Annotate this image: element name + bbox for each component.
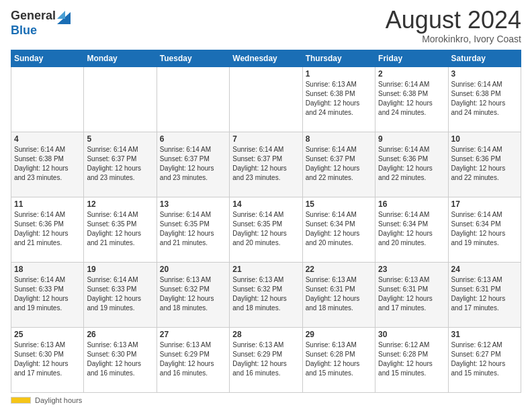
table-row: 1Sunrise: 6:13 AM Sunset: 6:38 PM Daylig…	[302, 67, 375, 132]
location: Morokinkro, Ivory Coast	[386, 34, 521, 44]
day-number: 21	[232, 265, 299, 274]
day-number: 23	[378, 265, 445, 274]
day-number: 15	[306, 199, 372, 209]
day-number: 4	[14, 134, 81, 144]
day-number: 8	[306, 134, 372, 144]
day-number: 11	[14, 199, 81, 209]
day-info: Sunrise: 6:12 AM Sunset: 6:28 PM Dayligh…	[378, 340, 445, 378]
table-row: 6Sunrise: 6:14 AM Sunset: 6:37 PM Daylig…	[157, 132, 229, 197]
day-info: Sunrise: 6:13 AM Sunset: 6:38 PM Dayligh…	[306, 80, 372, 118]
table-row: 25Sunrise: 6:13 AM Sunset: 6:30 PM Dayli…	[11, 328, 84, 393]
table-row: 3Sunrise: 6:14 AM Sunset: 6:38 PM Daylig…	[448, 67, 521, 132]
footer: Daylight hours	[11, 396, 521, 404]
col-monday: Monday	[84, 50, 157, 67]
table-row: 8Sunrise: 6:14 AM Sunset: 6:37 PM Daylig…	[302, 132, 375, 197]
month-title: August 2024	[386, 8, 521, 32]
table-row: 7Sunrise: 6:14 AM Sunset: 6:37 PM Daylig…	[230, 132, 302, 197]
day-info: Sunrise: 6:12 AM Sunset: 6:27 PM Dayligh…	[451, 340, 518, 378]
day-number: 9	[378, 134, 445, 144]
logo-area: General Blue	[11, 8, 71, 38]
day-number: 22	[306, 265, 372, 274]
table-row: 22Sunrise: 6:13 AM Sunset: 6:31 PM Dayli…	[302, 263, 375, 328]
day-info: Sunrise: 6:14 AM Sunset: 6:34 PM Dayligh…	[451, 210, 518, 248]
day-number: 7	[232, 134, 299, 144]
svg-marker-1	[57, 11, 65, 19]
table-row: 30Sunrise: 6:12 AM Sunset: 6:28 PM Dayli…	[375, 328, 448, 393]
day-info: Sunrise: 6:14 AM Sunset: 6:34 PM Dayligh…	[306, 210, 372, 248]
col-tuesday: Tuesday	[157, 50, 229, 67]
day-number: 12	[87, 199, 153, 209]
table-row: 21Sunrise: 6:13 AM Sunset: 6:32 PM Dayli…	[230, 263, 302, 328]
table-row: 24Sunrise: 6:13 AM Sunset: 6:31 PM Dayli…	[448, 263, 521, 328]
day-number: 1	[306, 69, 372, 79]
table-row	[11, 67, 84, 132]
day-number: 3	[451, 69, 518, 79]
table-row: 17Sunrise: 6:14 AM Sunset: 6:34 PM Dayli…	[448, 197, 521, 263]
table-row: 31Sunrise: 6:12 AM Sunset: 6:27 PM Dayli…	[448, 328, 521, 393]
day-info: Sunrise: 6:14 AM Sunset: 6:38 PM Dayligh…	[378, 80, 445, 118]
day-number: 31	[451, 330, 518, 339]
day-info: Sunrise: 6:14 AM Sunset: 6:33 PM Dayligh…	[87, 275, 153, 313]
day-info: Sunrise: 6:13 AM Sunset: 6:30 PM Dayligh…	[87, 340, 153, 378]
table-row: 10Sunrise: 6:14 AM Sunset: 6:36 PM Dayli…	[448, 132, 521, 197]
day-info: Sunrise: 6:14 AM Sunset: 6:37 PM Dayligh…	[160, 145, 226, 183]
table-row: 9Sunrise: 6:14 AM Sunset: 6:36 PM Daylig…	[375, 132, 448, 197]
day-number: 16	[378, 199, 445, 209]
day-number: 5	[87, 134, 153, 144]
table-row: 5Sunrise: 6:14 AM Sunset: 6:37 PM Daylig…	[84, 132, 157, 197]
day-info: Sunrise: 6:13 AM Sunset: 6:29 PM Dayligh…	[232, 340, 299, 378]
day-info: Sunrise: 6:13 AM Sunset: 6:30 PM Dayligh…	[14, 340, 81, 378]
logo-icon	[57, 5, 71, 24]
day-number: 14	[232, 199, 299, 209]
day-number: 28	[232, 330, 299, 339]
col-wednesday: Wednesday	[230, 50, 302, 67]
day-info: Sunrise: 6:13 AM Sunset: 6:32 PM Dayligh…	[160, 275, 226, 313]
day-info: Sunrise: 6:13 AM Sunset: 6:28 PM Dayligh…	[306, 340, 372, 378]
day-info: Sunrise: 6:14 AM Sunset: 6:37 PM Dayligh…	[232, 145, 299, 183]
col-saturday: Saturday	[448, 50, 521, 67]
table-row: 16Sunrise: 6:14 AM Sunset: 6:34 PM Dayli…	[375, 197, 448, 263]
logo-blue: Blue	[11, 24, 71, 38]
day-number: 27	[160, 330, 226, 339]
title-area: August 2024 Morokinkro, Ivory Coast	[386, 8, 521, 44]
table-row: 15Sunrise: 6:14 AM Sunset: 6:34 PM Dayli…	[302, 197, 375, 263]
day-number: 6	[160, 134, 226, 144]
day-info: Sunrise: 6:14 AM Sunset: 6:34 PM Dayligh…	[378, 210, 445, 248]
day-info: Sunrise: 6:13 AM Sunset: 6:32 PM Dayligh…	[232, 275, 299, 313]
table-row: 28Sunrise: 6:13 AM Sunset: 6:29 PM Dayli…	[230, 328, 302, 393]
table-row: 26Sunrise: 6:13 AM Sunset: 6:30 PM Dayli…	[84, 328, 157, 393]
day-info: Sunrise: 6:14 AM Sunset: 6:38 PM Dayligh…	[14, 145, 81, 183]
day-info: Sunrise: 6:14 AM Sunset: 6:37 PM Dayligh…	[87, 145, 153, 183]
table-row: 4Sunrise: 6:14 AM Sunset: 6:38 PM Daylig…	[11, 132, 84, 197]
daylight-label: Daylight hours	[35, 396, 82, 404]
logo-general: General	[11, 9, 56, 23]
table-row: 14Sunrise: 6:14 AM Sunset: 6:35 PM Dayli…	[230, 197, 302, 263]
day-number: 25	[14, 330, 81, 339]
calendar-table: Sunday Monday Tuesday Wednesday Thursday…	[11, 50, 521, 393]
col-friday: Friday	[375, 50, 448, 67]
logo-text: General Blue	[11, 8, 71, 38]
table-row: 12Sunrise: 6:14 AM Sunset: 6:35 PM Dayli…	[84, 197, 157, 263]
day-info: Sunrise: 6:13 AM Sunset: 6:29 PM Dayligh…	[160, 340, 226, 378]
table-row: 19Sunrise: 6:14 AM Sunset: 6:33 PM Dayli…	[84, 263, 157, 328]
col-thursday: Thursday	[302, 50, 375, 67]
day-info: Sunrise: 6:14 AM Sunset: 6:33 PM Dayligh…	[14, 275, 81, 313]
day-number: 30	[378, 330, 445, 339]
table-row: 27Sunrise: 6:13 AM Sunset: 6:29 PM Dayli…	[157, 328, 229, 393]
day-info: Sunrise: 6:14 AM Sunset: 6:35 PM Dayligh…	[160, 210, 226, 248]
day-number: 13	[160, 199, 226, 209]
col-sunday: Sunday	[11, 50, 84, 67]
table-row: 13Sunrise: 6:14 AM Sunset: 6:35 PM Dayli…	[157, 197, 229, 263]
day-number: 18	[14, 265, 81, 274]
day-number: 26	[87, 330, 153, 339]
table-row: 11Sunrise: 6:14 AM Sunset: 6:36 PM Dayli…	[11, 197, 84, 263]
day-info: Sunrise: 6:14 AM Sunset: 6:35 PM Dayligh…	[232, 210, 299, 248]
day-number: 24	[451, 265, 518, 274]
day-info: Sunrise: 6:14 AM Sunset: 6:38 PM Dayligh…	[451, 80, 518, 118]
page: General Blue August 2024 Morokinkro, Ivo…	[0, 0, 532, 411]
day-info: Sunrise: 6:14 AM Sunset: 6:37 PM Dayligh…	[306, 145, 372, 183]
table-row	[230, 67, 302, 132]
day-info: Sunrise: 6:14 AM Sunset: 6:36 PM Dayligh…	[14, 210, 81, 248]
day-info: Sunrise: 6:14 AM Sunset: 6:36 PM Dayligh…	[451, 145, 518, 183]
day-info: Sunrise: 6:13 AM Sunset: 6:31 PM Dayligh…	[378, 275, 445, 313]
